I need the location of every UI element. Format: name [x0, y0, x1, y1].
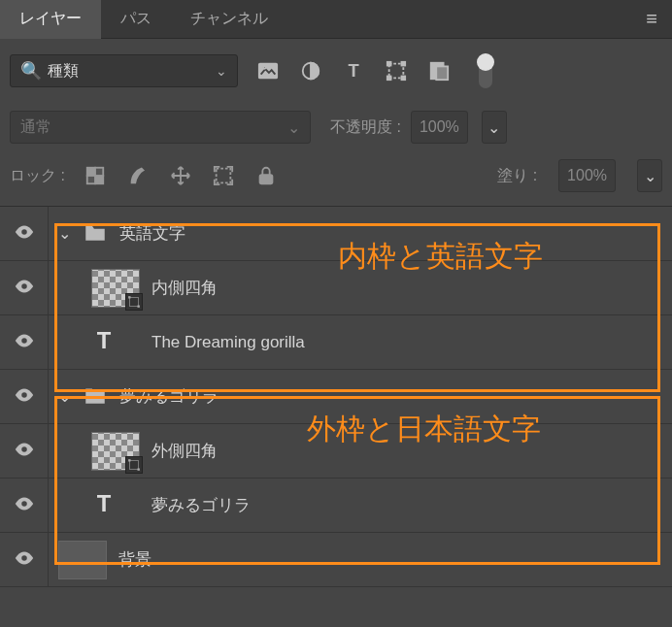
- svg-point-24: [21, 392, 27, 398]
- blend-row: 通常 ⌄ 不透明度 : 100% ⌄: [0, 103, 672, 151]
- filter-pixel-icon[interactable]: [255, 58, 281, 83]
- filter-type-select[interactable]: 🔍 種類 ⌄: [10, 54, 238, 87]
- tab-layers[interactable]: レイヤー: [0, 0, 101, 39]
- blend-mode-label: 通常: [20, 117, 51, 138]
- svg-rect-14: [87, 176, 95, 183]
- annotation-text: 外枠と日本語文字: [307, 410, 541, 449]
- filter-row: 🔍 種類 ⌄ T: [0, 39, 672, 103]
- filter-toggle[interactable]: [477, 53, 494, 88]
- eye-icon: [14, 330, 35, 355]
- fill-field[interactable]: 100%: [558, 159, 616, 192]
- svg-point-18: [21, 283, 27, 289]
- opacity-label: 不透明度 :: [330, 117, 401, 138]
- lock-label: ロック :: [10, 166, 65, 186]
- chevron-down-icon: ⌄: [216, 63, 227, 79]
- svg-point-17: [21, 229, 27, 235]
- tab-bar: レイヤー パス チャンネル ≡: [0, 0, 672, 39]
- visibility-toggle[interactable]: [0, 533, 49, 586]
- eye-icon: [14, 384, 35, 410]
- eye-icon: [14, 276, 35, 301]
- eye-icon: [14, 439, 35, 464]
- chevron-down-icon: ⌄: [644, 167, 656, 185]
- filter-shape-icon[interactable]: [384, 58, 409, 83]
- opacity-field[interactable]: 100%: [411, 111, 468, 144]
- lock-artboard-icon[interactable]: [211, 163, 236, 188]
- lock-transparency-icon[interactable]: [83, 163, 108, 188]
- lock-position-icon[interactable]: [168, 163, 193, 188]
- svg-rect-12: [95, 176, 103, 183]
- visibility-toggle[interactable]: [0, 315, 49, 369]
- tab-channels[interactable]: チャンネル: [171, 0, 287, 39]
- filter-adjustment-icon[interactable]: [298, 58, 323, 83]
- filter-smartobject-icon[interactable]: [426, 58, 452, 83]
- filter-type-icon[interactable]: T: [341, 58, 366, 83]
- svg-rect-8: [402, 77, 406, 81]
- panel-menu-icon[interactable]: ≡: [646, 8, 657, 30]
- lock-all-icon[interactable]: [253, 163, 279, 188]
- annotation-text: 内枠と英語文字: [338, 237, 543, 277]
- svg-rect-11: [87, 168, 95, 176]
- svg-rect-15: [217, 169, 231, 183]
- visibility-toggle[interactable]: [0, 424, 49, 478]
- visibility-toggle[interactable]: [0, 478, 49, 532]
- visibility-toggle[interactable]: [0, 207, 49, 260]
- visibility-toggle[interactable]: [0, 370, 49, 423]
- svg-point-1: [263, 66, 266, 69]
- svg-text:T: T: [348, 60, 358, 81]
- chevron-down-icon: ⌄: [287, 118, 300, 137]
- fill-dropdown[interactable]: ⌄: [637, 159, 662, 192]
- eye-icon: [14, 547, 35, 573]
- svg-point-31: [21, 555, 27, 561]
- svg-rect-7: [387, 77, 391, 81]
- opacity-dropdown[interactable]: ⌄: [482, 111, 507, 144]
- blend-mode-select[interactable]: 通常 ⌄: [10, 111, 311, 144]
- svg-point-25: [21, 446, 27, 452]
- eye-icon: [14, 221, 35, 247]
- svg-rect-16: [259, 175, 272, 183]
- svg-rect-5: [387, 62, 391, 66]
- fill-label: 塗り :: [497, 166, 537, 186]
- svg-point-22: [21, 338, 27, 344]
- svg-point-29: [21, 501, 27, 507]
- visibility-toggle[interactable]: [0, 261, 49, 314]
- chevron-down-icon: ⌄: [487, 118, 500, 137]
- tab-paths[interactable]: パス: [101, 0, 171, 39]
- svg-rect-10: [436, 66, 448, 80]
- eye-icon: [14, 493, 35, 518]
- search-icon: 🔍: [20, 60, 42, 82]
- lock-image-icon[interactable]: [125, 163, 151, 188]
- svg-rect-6: [402, 62, 406, 66]
- filter-label: 種類: [48, 61, 216, 82]
- lock-row: ロック : 塗り : 100% ⌄: [0, 151, 672, 206]
- svg-rect-13: [95, 168, 103, 176]
